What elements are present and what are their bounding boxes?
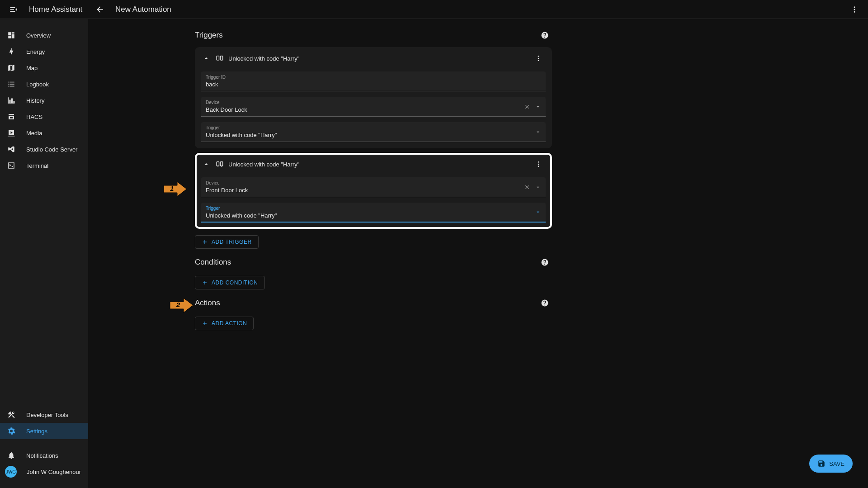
field-value: back <box>206 81 541 88</box>
save-button[interactable]: SAVE <box>809 455 853 473</box>
sidebar-item-label: John W Goughenour <box>27 469 81 475</box>
button-label: ADD TRIGGER <box>212 239 252 245</box>
gear-icon <box>6 427 16 435</box>
page-title: New Automation <box>115 5 171 14</box>
terminal-icon <box>6 161 16 170</box>
field-label: Device <box>206 180 541 186</box>
sidebar-item-label: HACS <box>26 114 42 120</box>
dashboard-icon <box>6 31 16 39</box>
overflow-menu-button[interactable] <box>531 51 546 66</box>
section-title-actions: Actions <box>195 298 220 308</box>
trigger-id-field[interactable]: Trigger ID back <box>201 71 546 91</box>
hammer-icon <box>6 411 16 419</box>
field-label: Trigger ID <box>206 75 541 80</box>
svg-rect-10 <box>217 162 219 166</box>
device-field[interactable]: Device Front Door Lock <box>201 177 546 197</box>
button-label: ADD ACTION <box>212 320 247 327</box>
sidebar-item-hacs[interactable]: HACS <box>0 109 88 125</box>
sidebar-item-developer-tools[interactable]: Developer Tools <box>0 407 88 423</box>
dropdown-icon[interactable] <box>535 209 541 215</box>
plus-icon <box>202 280 208 286</box>
sidebar-item-overview[interactable]: Overview <box>0 27 88 43</box>
add-trigger-button[interactable]: ADD TRIGGER <box>195 235 259 249</box>
back-button[interactable] <box>93 2 107 17</box>
sidebar-item-label: History <box>26 97 44 104</box>
dropdown-icon[interactable] <box>535 104 541 110</box>
save-icon <box>817 460 826 468</box>
main-content: Triggers Unlocked with code "Harry" <box>88 19 868 488</box>
section-title-triggers: Triggers <box>195 31 223 40</box>
lightning-icon <box>6 47 16 56</box>
help-icon[interactable] <box>538 255 552 270</box>
collapse-icon[interactable] <box>201 159 211 169</box>
map-icon <box>6 64 16 72</box>
svg-rect-4 <box>221 56 223 60</box>
sidebar-item-label: Energy <box>26 48 45 55</box>
clear-icon[interactable] <box>524 104 530 110</box>
chart-icon <box>6 96 16 104</box>
vscode-icon <box>6 145 16 153</box>
svg-point-8 <box>538 58 539 59</box>
svg-point-2 <box>854 11 855 12</box>
field-value: Unlocked with code "Harry" <box>206 212 541 219</box>
menu-toggle-icon[interactable] <box>6 2 21 17</box>
sidebar-item-label: Map <box>26 65 38 71</box>
add-condition-button[interactable]: ADD CONDITION <box>195 276 265 289</box>
sidebar-item-notifications[interactable]: Notifications <box>0 447 88 464</box>
sidebar-item-history[interactable]: History <box>0 92 88 109</box>
trigger-select-field[interactable]: Trigger Unlocked with code "Harry" <box>201 203 546 223</box>
trigger-card: Unlocked with code "Harry" Device Front … <box>195 153 552 229</box>
plus-icon <box>202 320 208 327</box>
svg-point-7 <box>538 56 539 57</box>
app-title: Home Assistant <box>29 5 82 14</box>
list-icon <box>6 80 16 88</box>
add-action-button[interactable]: ADD ACTION <box>195 317 254 330</box>
svg-point-16 <box>538 166 539 167</box>
overflow-menu-button[interactable] <box>531 157 546 171</box>
annotation-arrow-2: 2 <box>169 297 194 313</box>
collapse-icon[interactable] <box>201 53 211 63</box>
device-icon <box>216 54 224 62</box>
overflow-menu-button[interactable] <box>847 2 862 17</box>
help-icon[interactable] <box>538 296 552 310</box>
bell-icon <box>6 451 16 460</box>
avatar: JWG <box>5 466 17 478</box>
section-title-conditions: Conditions <box>195 258 231 267</box>
button-label: ADD CONDITION <box>212 280 258 286</box>
dropdown-icon[interactable] <box>535 184 541 190</box>
button-label: SAVE <box>829 460 844 467</box>
svg-point-14 <box>538 161 539 163</box>
sidebar-item-label: Developer Tools <box>26 412 68 418</box>
sidebar-item-settings[interactable]: Settings <box>0 423 88 439</box>
svg-point-0 <box>854 6 855 8</box>
sidebar: Overview Energy Map Logbook History HACS <box>0 19 88 488</box>
sidebar-item-label: Logbook <box>26 81 49 88</box>
sidebar-item-studio-code[interactable]: Studio Code Server <box>0 141 88 157</box>
field-value: Back Door Lock <box>206 106 541 113</box>
svg-rect-3 <box>217 56 219 60</box>
sidebar-item-media[interactable]: Media <box>0 125 88 141</box>
dropdown-icon[interactable] <box>535 129 541 135</box>
field-value: Front Door Lock <box>206 187 541 194</box>
trigger-select-field[interactable]: Trigger Unlocked with code "Harry" <box>201 122 546 142</box>
device-icon <box>216 160 224 168</box>
clear-icon[interactable] <box>524 184 530 190</box>
sidebar-item-logbook[interactable]: Logbook <box>0 76 88 92</box>
store-icon <box>6 113 16 121</box>
trigger-title: Unlocked with code "Harry" <box>228 55 299 62</box>
sidebar-item-terminal[interactable]: Terminal <box>0 157 88 174</box>
sidebar-item-label: Overview <box>26 32 51 39</box>
sidebar-item-user[interactable]: JWG John W Goughenour <box>0 464 88 480</box>
trigger-title: Unlocked with code "Harry" <box>228 161 299 168</box>
field-label: Device <box>206 100 541 105</box>
sidebar-item-label: Studio Code Server <box>26 146 77 153</box>
svg-rect-11 <box>221 162 223 166</box>
field-label: Trigger <box>206 125 541 131</box>
sidebar-item-label: Notifications <box>26 452 58 459</box>
device-field[interactable]: Device Back Door Lock <box>201 97 546 117</box>
svg-point-1 <box>854 9 855 10</box>
sidebar-item-energy[interactable]: Energy <box>0 43 88 60</box>
help-icon[interactable] <box>538 28 552 43</box>
sidebar-item-map[interactable]: Map <box>0 60 88 76</box>
sidebar-item-label: Terminal <box>26 162 48 169</box>
